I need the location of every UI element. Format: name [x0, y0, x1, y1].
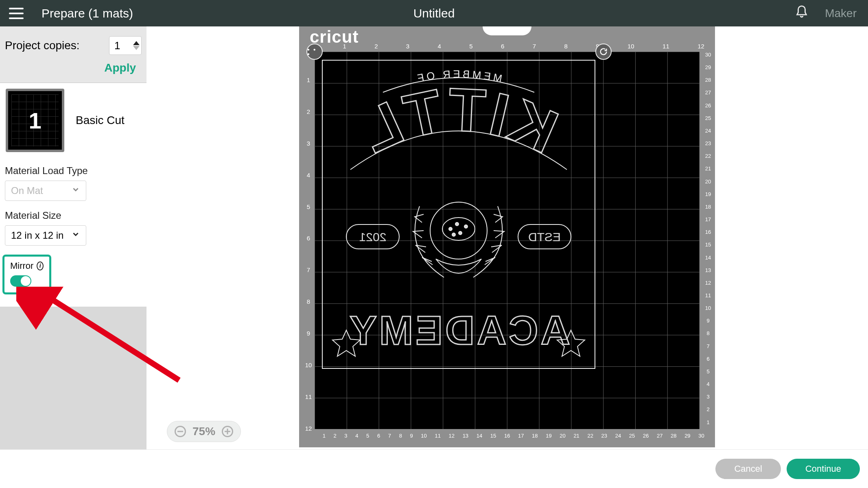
mat-thumbnail: 1 [6, 89, 64, 152]
zoom-control: 75% [167, 421, 241, 442]
material-size-select[interactable]: 12 in x 12 in [5, 225, 86, 246]
svg-text:ESTD: ESTD [528, 230, 561, 244]
project-title[interactable]: Untitled [413, 7, 455, 20]
svg-point-9 [455, 222, 459, 226]
ruler-top: 123456789101112 [315, 43, 704, 52]
chevron-down-icon [71, 185, 80, 196]
top-bar: Prepare (1 mats) Untitled Maker [0, 0, 868, 26]
ruler-bottom-cm: 3029282726252423222120191817161514131211… [315, 433, 704, 442]
material-load-label: Material Load Type [5, 165, 142, 176]
chevron-down-icon [71, 230, 80, 241]
project-copies-value: 1 [114, 39, 120, 52]
material-load-select[interactable]: On Mat [5, 181, 86, 201]
menu-icon[interactable] [9, 3, 29, 24]
project-copies-stepper[interactable]: 1 [109, 36, 142, 55]
material-load-value: On Mat [11, 185, 43, 196]
canvas-area: cricut 123456789101112 123456789101112 3… [146, 26, 868, 449]
zoom-out-icon[interactable] [175, 426, 186, 437]
continue-button[interactable]: Continue [787, 459, 860, 479]
mat-settings: Material Load Type On Mat Material Size … [0, 158, 146, 307]
project-copies-section: Project copies: 1 Apply [0, 26, 146, 83]
apply-button[interactable]: Apply [104, 61, 136, 74]
machine-label[interactable]: Maker [825, 7, 857, 20]
left-sidebar: Project copies: 1 Apply 1 Basic Cut [0, 26, 146, 488]
prepare-title: Prepare (1 mats) [42, 7, 133, 20]
svg-point-8 [464, 225, 468, 228]
material-size-label: Material Size [5, 210, 142, 221]
mat-preview: cricut 123456789101112 123456789101112 3… [299, 26, 715, 447]
zoom-level: 75% [192, 425, 215, 438]
mat-item[interactable]: 1 Basic Cut [0, 83, 146, 158]
svg-point-7 [442, 218, 475, 240]
footer-bar: Cancel Continue [0, 449, 868, 488]
rotate-handle[interactable] [595, 44, 612, 60]
svg-point-12 [452, 233, 455, 236]
svg-point-6 [430, 202, 487, 259]
mat-number: 1 [28, 107, 41, 134]
svg-text:2021: 2021 [359, 230, 387, 244]
mat-notch [483, 26, 531, 35]
material-size-value: 12 in x 12 in [11, 230, 63, 241]
svg-text:KITTL: KITTL [349, 75, 567, 166]
mirror-toggle[interactable] [10, 275, 31, 287]
design-artwork[interactable]: MEMBER OF KITTL ESTD 2021 [322, 60, 595, 369]
bell-icon[interactable] [795, 5, 809, 22]
mirror-label: Mirror [10, 261, 33, 271]
ruler-left: 123456789101112 [304, 52, 313, 432]
more-options-handle[interactable]: ● ● ● [306, 44, 323, 60]
mat-mode-label: Basic Cut [76, 114, 125, 127]
cancel-button[interactable]: Cancel [715, 459, 781, 479]
ruler-right-cm: 3029282726252423222120191817161514131211… [704, 52, 713, 432]
svg-point-10 [449, 227, 452, 231]
stepper-down-icon[interactable] [133, 46, 140, 50]
svg-text:ACADEMY: ACADEMY [347, 307, 570, 353]
info-icon[interactable]: i [37, 261, 44, 270]
mat-surface[interactable]: MEMBER OF KITTL ESTD 2021 [315, 52, 700, 429]
mirror-section-highlight: Mirror i [2, 255, 51, 294]
svg-point-11 [459, 231, 462, 235]
stepper-up-icon[interactable] [133, 41, 140, 45]
zoom-in-icon[interactable] [222, 426, 233, 437]
project-copies-label: Project copies: [5, 39, 80, 52]
